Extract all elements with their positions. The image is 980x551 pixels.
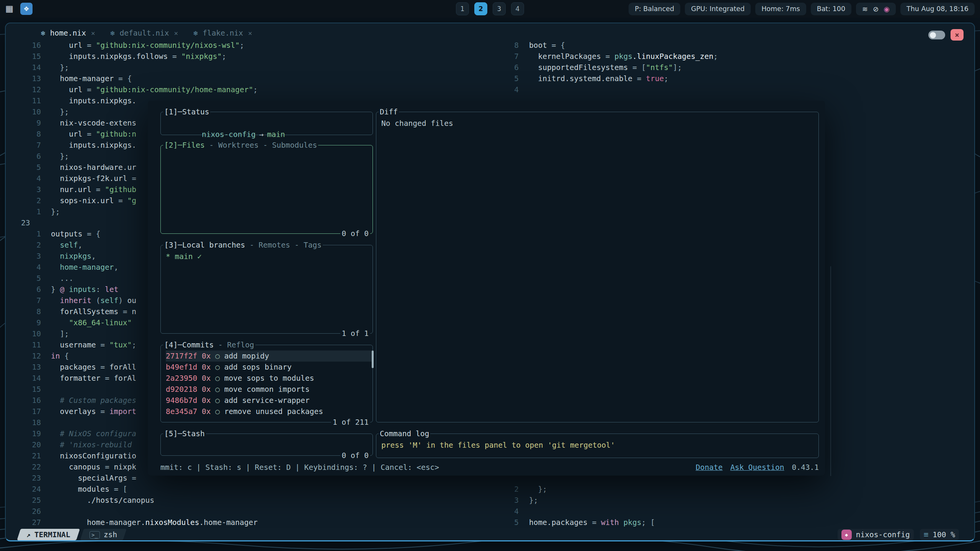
tab-close-icon[interactable]: × <box>248 29 252 37</box>
line-number: 16 <box>6 395 47 406</box>
code-line[interactable]: 26 <box>6 506 477 517</box>
status-panel-label: [1]─Status <box>164 106 209 117</box>
editor-pane-right-bottom: 2 };3};45home.packages = with pkgs; [ <box>480 484 817 528</box>
stash-panel[interactable]: [5]─Stash 0 of 0 <box>160 434 373 456</box>
nix-icon: ❄ <box>41 29 45 37</box>
code-text: specialArgs = <box>51 473 136 484</box>
window-close-button[interactable]: × <box>951 29 964 41</box>
code-line[interactable]: 2 }; <box>480 484 817 495</box>
clock-pill[interactable]: Thu Aug 08, 18:16 <box>900 3 975 15</box>
code-text: url = "github:n <box>51 129 136 140</box>
code-text: modules = [ <box>51 484 127 495</box>
app-icon[interactable]: ❖ <box>20 3 33 15</box>
workspace-button[interactable]: 4 <box>511 2 524 15</box>
code-text: inputs.nixpkgs.follows = "nixpkgs"; <box>51 51 226 62</box>
code-text: self, <box>51 240 82 251</box>
code-text: outputs = { <box>51 228 100 240</box>
code-line[interactable]: 25 ./hosts/canopus <box>6 495 477 506</box>
line-number: 8 <box>480 40 519 51</box>
editor-tab[interactable]: ❄default.nix× <box>111 29 178 37</box>
line-number: 9 <box>6 317 47 328</box>
code-line[interactable]: 4 <box>480 506 817 517</box>
code-line[interactable]: 3}; <box>480 495 817 506</box>
commits-panel[interactable]: [4]─Commits - Reflog 2717f2f 0x ○ add mo… <box>160 345 373 422</box>
panel-title-commits: [4]─Commits - Reflog <box>163 339 255 350</box>
code-text: }; <box>529 484 547 495</box>
code-text: home-manager = { <box>51 73 132 84</box>
code-line[interactable]: 15 inputs.nixpkgs.follows = "nixpkgs"; <box>6 51 477 62</box>
editor-tab[interactable]: ❄home.nix× <box>41 29 95 37</box>
line-number: 3 <box>6 251 47 262</box>
commit-icon: ○ <box>215 396 224 405</box>
workspace-button[interactable]: 3 <box>493 2 506 15</box>
code-line[interactable]: 12 url = "github:nix-community/home-mana… <box>6 84 477 95</box>
window-toggle-pill[interactable] <box>928 31 945 39</box>
panel-title-branches: [3]─Local branches - Remotes - Tags <box>163 240 323 251</box>
files-panel[interactable]: [2]─Files - Worktrees - Submodules 0 of … <box>160 145 373 234</box>
system-tray[interactable]: ≋⊘◉ <box>856 3 896 15</box>
code-line[interactable]: 24 modules = [ <box>6 484 477 495</box>
code-text: forAllSystems = n <box>51 306 136 317</box>
topbar-right: P: Balanced GPU: Integrated Home: 7ms Ba… <box>629 3 975 15</box>
status-panel[interactable]: [1]─Status nixos-config→main <box>160 112 373 135</box>
line-number: 5 <box>480 517 519 528</box>
latency-pill[interactable]: Home: 7ms <box>755 3 806 15</box>
code-line[interactable]: 5home.packages = with pkgs; [ <box>480 517 817 528</box>
line-number: 7 <box>6 140 47 151</box>
workspace-button[interactable]: 1 <box>456 2 469 15</box>
code-text: url = "github:nix-community/nixos-wsl"; <box>51 40 244 51</box>
stash-count: 0 of 0 <box>340 450 370 461</box>
code-line[interactable]: 13 home-manager = { <box>6 73 477 84</box>
workspace-button[interactable]: 2 <box>474 2 487 15</box>
command-log-panel[interactable]: Command log press 'M' in the files panel… <box>376 434 819 458</box>
commit-list: 2717f2f 0x ○ add mopidyb49ef1d 0x ○ add … <box>161 345 372 417</box>
launcher-icon[interactable]: ▦ <box>5 5 13 13</box>
line-number: 10 <box>6 328 47 339</box>
code-line[interactable]: 7 kernelPackages = pkgs.linuxPackages_ze… <box>480 51 817 62</box>
commit-row[interactable]: d920218 0x ○ move common imports <box>166 384 372 395</box>
panel-title-stash: [5]─Stash <box>163 428 206 439</box>
diff-content: No changed files <box>376 112 818 129</box>
code-line[interactable]: 8boot = { <box>480 40 817 51</box>
line-number: 4 <box>6 262 47 273</box>
files-count: 0 of 0 <box>340 228 370 239</box>
code-text: overlays = import <box>51 406 136 417</box>
tab-close-icon[interactable]: × <box>174 29 178 37</box>
commit-row[interactable]: 2a23950 0x ○ move sops to modules <box>166 373 372 384</box>
donate-link[interactable]: Donate <box>696 462 722 473</box>
top-status-bar: ▦ ❖ 1234 P: Balanced GPU: Integrated Hom… <box>0 0 980 18</box>
code-text: inputs.nixpkgs. <box>51 95 136 106</box>
code-line[interactable]: 5 initrd.systemd.enable = true; <box>480 73 817 84</box>
stash-panel-label: [5]─Stash <box>164 428 205 439</box>
battery-pill[interactable]: Bat: 100 <box>811 3 851 15</box>
code-text: home-manager.nixosModules.home-manager <box>51 517 258 528</box>
commit-row[interactable]: b49ef1d 0x ○ add sops binary <box>166 362 372 373</box>
statusbar-right: ◆ nixos-config ≡ 100 % <box>838 529 959 540</box>
code-text: inherit (self) ou <box>51 295 136 306</box>
line-number: 25 <box>6 495 47 506</box>
branches-panel[interactable]: [3]─Local branches - Remotes - Tags * ma… <box>160 245 373 334</box>
ask-question-link[interactable]: Ask Question <box>730 462 784 473</box>
code-line[interactable]: 16 url = "github:nix-community/nixos-wsl… <box>6 40 477 51</box>
editor-tab[interactable]: ❄flake.nix× <box>193 29 252 37</box>
commit-row[interactable]: 9486b7d 0x ○ add service-wrapper <box>166 395 372 406</box>
tab-label: default.nix <box>119 29 169 37</box>
code-text: kernelPackages = pkgs.linuxPackages_zen; <box>529 51 718 62</box>
line-number: 22 <box>6 461 47 473</box>
code-line[interactable]: 6 supportedFilesystems = ["ntfs"]; <box>480 62 817 73</box>
session-icon: ◆ <box>841 530 852 540</box>
commits-scrollbar[interactable] <box>372 350 374 368</box>
lazygit-bottom-bar: mmit: c | Stash: s | Reset: D | Keybindi… <box>160 462 819 473</box>
line-number: 14 <box>6 373 47 384</box>
line-number: 20 <box>6 439 47 450</box>
line-number: 9 <box>6 117 47 129</box>
code-line[interactable]: 27 home-manager.nixosModules.home-manage… <box>6 517 477 528</box>
diff-panel[interactable]: Diff No changed files <box>376 112 819 422</box>
tab-close-icon[interactable]: × <box>91 29 95 37</box>
code-line[interactable]: 14 }; <box>6 62 477 73</box>
commit-row[interactable]: 2717f2f 0x ○ add mopidy <box>166 350 372 362</box>
power-profile-pill[interactable]: P: Balanced <box>629 3 680 15</box>
gpu-pill[interactable]: GPU: Integrated <box>685 3 751 15</box>
code-line[interactable]: 4 <box>480 84 817 95</box>
commit-row[interactable]: 8e345a7 0x ○ remove unused packages <box>166 406 372 417</box>
